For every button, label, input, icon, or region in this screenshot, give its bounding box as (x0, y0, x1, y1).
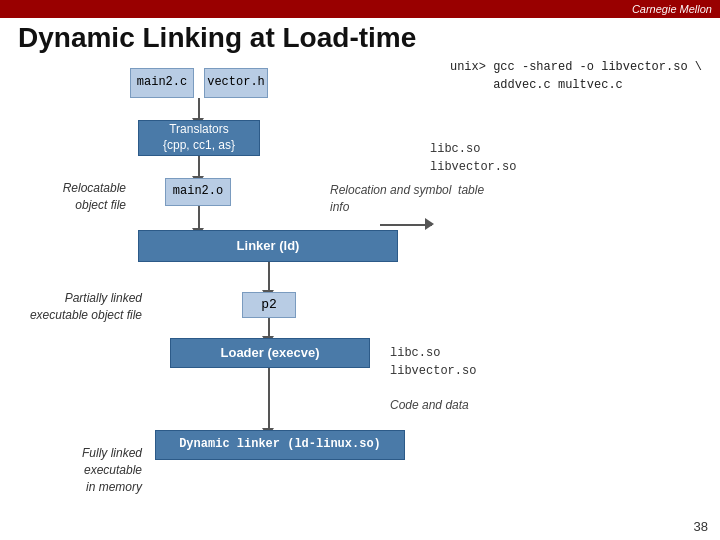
page-title: Dynamic Linking at Load-time (18, 22, 416, 54)
main2o-box: main2.o (165, 178, 231, 206)
p2-box: p2 (242, 292, 296, 318)
arrow-p2-to-loader (268, 318, 270, 338)
brand-label: Carnegie Mellon (632, 3, 712, 15)
partially-linked-label: Partially linked executable object file (12, 290, 142, 324)
dynamic-linker-box: Dynamic linker (ld-linux.so) (155, 430, 405, 460)
relocation-label: Relocation and symbol table info (330, 182, 550, 216)
linker-box: Linker (ld) (138, 230, 398, 262)
arrow-head-lib-linker (425, 218, 434, 230)
arrow-to-translators (198, 98, 200, 120)
lib-label-top: libc.so libvector.so (430, 140, 516, 176)
vectorh-box: vector.h (204, 68, 268, 98)
arrow-linker-to-p2 (268, 262, 270, 292)
relocatable-label: Relocatable object file (18, 180, 126, 214)
loader-box: Loader (execve) (170, 338, 370, 368)
fully-linked-label: Fully linked executable in memory (12, 445, 142, 495)
lib-label-bottom: libc.so libvector.so (390, 344, 476, 380)
page-number: 38 (694, 519, 708, 534)
translators-box: Translators {cpp, cc1, as} (138, 120, 260, 156)
main2c-box: main2.c (130, 68, 194, 98)
header-bar: Carnegie Mellon (0, 0, 720, 18)
arrow-to-main2o (198, 156, 200, 178)
arrow-to-linker (198, 206, 200, 230)
code-data-label: Code and data (390, 398, 469, 412)
command-text: unix> gcc -shared -o libvector.so \ addv… (450, 58, 702, 94)
arrow-loader-to-dynlinker (268, 368, 270, 430)
